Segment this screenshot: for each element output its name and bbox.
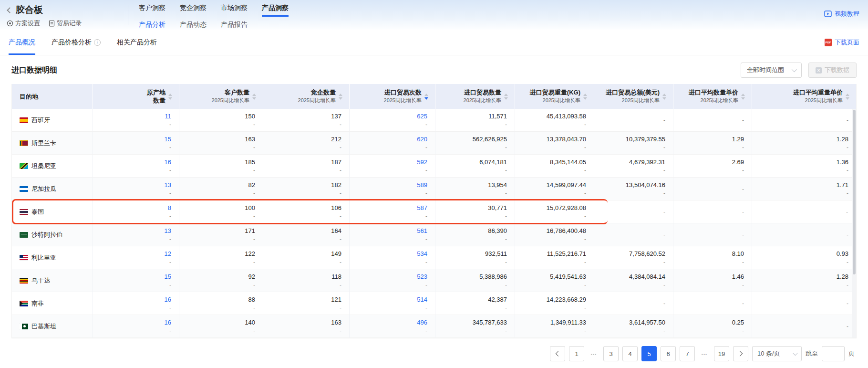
- origin-count-link[interactable]: 13: [165, 227, 171, 235]
- table-row-es: 西班牙11-150-137-625-11,571-45,413,093.58--…: [12, 109, 856, 132]
- next-page-button[interactable]: [733, 346, 748, 361]
- ug-flag-icon: [20, 278, 28, 284]
- trade-records-link[interactable]: 贸易记录: [49, 19, 82, 28]
- ni-flag-icon: [20, 186, 28, 192]
- sort-control[interactable]: [252, 94, 256, 100]
- growth-rate-value: -: [169, 327, 171, 335]
- origin-count-link[interactable]: 15: [165, 273, 171, 281]
- import-trade-count-link[interactable]: 561: [417, 227, 427, 235]
- jump-page-input[interactable]: [822, 346, 845, 361]
- prev-page-button[interactable]: [550, 346, 565, 361]
- page-size-select[interactable]: 10 条/页: [752, 346, 802, 361]
- import-trade-count-link[interactable]: 534: [417, 250, 427, 258]
- cell-origin-count: 13-: [93, 223, 179, 246]
- download-data-button[interactable]: X 下载数据: [808, 63, 857, 78]
- cell-value: 345,787,633: [473, 318, 507, 327]
- column-header-avg-weight-price[interactable]: 进口平均重量单价2025同比增长率: [752, 84, 856, 109]
- sort-control[interactable]: [504, 94, 508, 100]
- cell-avg-qty-price: 8.10-: [673, 246, 752, 269]
- sort-control[interactable]: [846, 94, 849, 100]
- cell-customer-count: 150-: [179, 109, 263, 131]
- sort-control[interactable]: [583, 94, 587, 100]
- video-tutorial-link[interactable]: 视频教程: [824, 10, 859, 18]
- scrollbar-thumb[interactable]: [853, 110, 856, 274]
- column-header-avg-qty-price[interactable]: 进口平均数量单价2025同比增长率: [673, 84, 752, 109]
- cell-import-trade-count: 592-: [350, 155, 435, 177]
- cell-customer-count: 122-: [179, 246, 263, 269]
- sort-desc-icon: [662, 97, 666, 100]
- growth-rate-value: -: [253, 304, 255, 312]
- column-header-customer-count[interactable]: 客户数量2025同比增长率: [179, 84, 263, 109]
- origin-count-link[interactable]: 11: [165, 112, 172, 121]
- origin-count-link[interactable]: 12: [165, 250, 171, 258]
- cell-import-trade-weight: 14,599,097.44-: [515, 178, 594, 200]
- column-header-import-trade-weight[interactable]: 进口贸易重量(KG)2025同比增长率: [515, 84, 594, 109]
- column-header-import-trade-qty[interactable]: 进口贸易数量2025同比增长率: [435, 84, 515, 109]
- info-icon[interactable]: i: [94, 39, 101, 46]
- cell-import-trade-qty: 562,626,925-: [435, 132, 515, 154]
- page-button-3[interactable]: 3: [603, 346, 619, 361]
- download-page-link[interactable]: PDF 下载页面: [825, 38, 859, 47]
- column-header-import-trade-amount[interactable]: 进口贸易总额(美元)2025同比增长率: [594, 84, 673, 109]
- sort-control[interactable]: [339, 94, 342, 100]
- cell-value: 5,419,541.63: [550, 273, 586, 281]
- column-label: 竞企数量: [311, 88, 336, 96]
- origin-count-link[interactable]: 13: [165, 181, 171, 189]
- column-label: 目的地: [20, 93, 38, 101]
- import-trade-count-link[interactable]: 625: [417, 112, 427, 121]
- import-trade-count-link[interactable]: 523: [417, 273, 427, 281]
- origin-count-link[interactable]: 16: [165, 158, 171, 167]
- sort-control[interactable]: [741, 94, 745, 100]
- cell-competitor-count: 106-: [263, 200, 350, 223]
- sort-control[interactable]: [424, 94, 428, 100]
- page-button-7[interactable]: 7: [680, 346, 695, 361]
- growth-rate-value: -: [169, 167, 171, 174]
- page-ellipsis[interactable]: •••: [699, 346, 710, 361]
- origin-count-link[interactable]: 15: [165, 135, 171, 144]
- page-button-19[interactable]: 19: [714, 346, 729, 361]
- scheme-settings-link[interactable]: 方案设置: [7, 19, 40, 28]
- column-header-competitor-count[interactable]: 竞企数量2025同比增长率: [263, 84, 350, 109]
- tab-product-insight[interactable]: 产品洞察: [262, 4, 289, 17]
- tab-competitor-insight[interactable]: 竞企洞察: [180, 4, 207, 17]
- import-trade-count-link[interactable]: 620: [417, 135, 427, 144]
- tab-related-product-analysis[interactable]: 相关产品分析: [117, 30, 157, 55]
- section-tab-bar: 产品概况 产品价格分析 i 相关产品分析 PDF 下载页面: [0, 30, 868, 55]
- import-trade-count-link[interactable]: 496: [417, 318, 427, 327]
- page-button-4[interactable]: 4: [622, 346, 638, 361]
- origin-count-link[interactable]: 16: [165, 318, 171, 327]
- origin-count-link[interactable]: 16: [165, 295, 171, 304]
- page-button-6[interactable]: 6: [661, 346, 676, 361]
- sort-control[interactable]: [662, 94, 666, 100]
- time-range-dropdown[interactable]: 全部时间范围: [741, 63, 802, 78]
- tab-market-insight[interactable]: 市场洞察: [221, 4, 248, 17]
- import-trade-count-link[interactable]: 589: [417, 181, 427, 189]
- growth-rate-value: -: [847, 116, 848, 124]
- page-ellipsis[interactable]: •••: [588, 346, 599, 361]
- import-trade-count-link[interactable]: 587: [417, 204, 427, 212]
- cell-value: 1.29: [732, 135, 744, 144]
- chevron-down-icon: [792, 67, 797, 72]
- cell-competitor-count: 212-: [263, 132, 350, 154]
- column-header-import-trade-count[interactable]: 进口贸易次数2025同比增长率: [350, 84, 435, 109]
- tab-product-overview[interactable]: 产品概况: [9, 30, 35, 55]
- origin-count-link[interactable]: 8: [168, 204, 171, 212]
- import-trade-count-link[interactable]: 592: [417, 158, 427, 167]
- column-header-origin-count[interactable]: 原产地数量: [93, 84, 179, 109]
- page-button-1[interactable]: 1: [569, 346, 584, 361]
- tab-customer-insight[interactable]: 客户洞察: [139, 4, 165, 17]
- cell-import-trade-weight: 5,419,541.63-: [515, 269, 594, 292]
- destination-cell: 西班牙: [12, 109, 93, 131]
- import-data-table: 目的地原产地数量客户数量2025同比增长率竞企数量2025同比增长率进口贸易次数…: [11, 84, 857, 338]
- growth-rate-value: -: [340, 167, 341, 174]
- table-row-pk: 巴基斯坦16-140-163-496-345,787,633-1,349,911…: [12, 315, 856, 338]
- table-scrollbar[interactable]: [852, 109, 856, 337]
- destination-cell: 斯里兰卡: [12, 132, 93, 154]
- page-button-5[interactable]: 5: [641, 346, 657, 361]
- import-trade-count-link[interactable]: 514: [417, 295, 427, 304]
- destination-cell: 利比里亚: [12, 246, 93, 269]
- tab-product-price-analysis[interactable]: 产品价格分析 i: [52, 30, 101, 55]
- cell-avg-qty-price: 0.25-: [673, 315, 752, 337]
- back-button[interactable]: 胶合板: [7, 4, 123, 16]
- sort-control[interactable]: [168, 94, 172, 100]
